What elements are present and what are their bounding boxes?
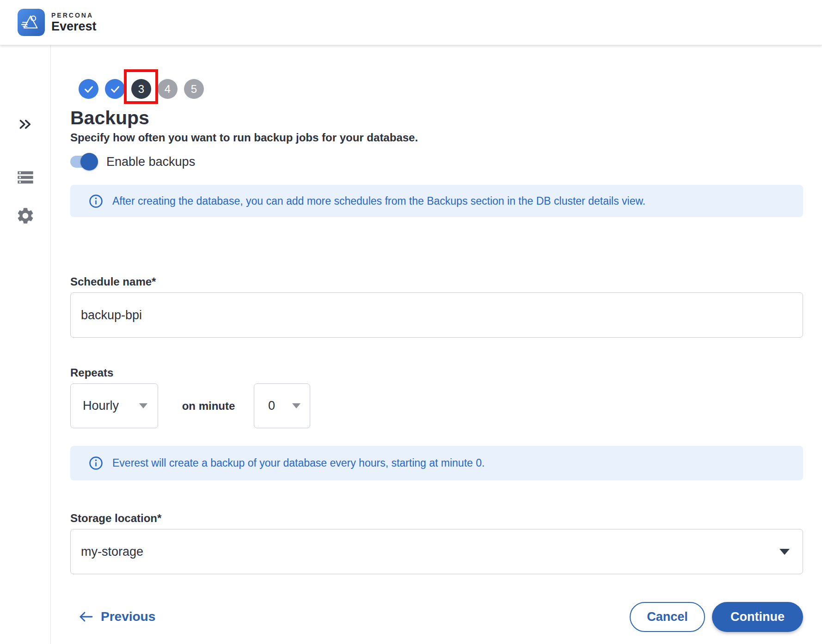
- schedule-name-input[interactable]: [70, 292, 803, 338]
- storage-location-label: Storage location*: [70, 512, 161, 525]
- step-5-upcoming[interactable]: 5: [184, 79, 204, 99]
- percona-everest-app: PERCONA Everest: [0, 0, 822, 644]
- brand-everest-label: Everest: [51, 19, 97, 34]
- previous-button[interactable]: Previous: [79, 609, 155, 624]
- page-subtitle: Specify how often you want to run backup…: [70, 131, 418, 144]
- sidebar-item-databases[interactable]: [0, 168, 51, 187]
- cancel-button[interactable]: Cancel: [630, 602, 705, 632]
- step-3-annotation-highlight: [124, 69, 158, 104]
- app-header: PERCONA Everest: [0, 0, 822, 45]
- wizard-content: 3 4 5 Backups Specify how often you want…: [51, 45, 822, 644]
- check-icon: [110, 84, 121, 95]
- continue-button[interactable]: Continue: [712, 602, 803, 632]
- storage-location-value: my-storage: [81, 545, 143, 559]
- schedule-name-label: Schedule name*: [70, 275, 156, 288]
- wizard-actions-bar: Previous Cancel Continue: [79, 601, 803, 632]
- frequency-select[interactable]: Hourly: [70, 383, 158, 428]
- step-2-completed[interactable]: [105, 79, 125, 99]
- settings-gear-icon: [16, 206, 35, 225]
- step-4-upcoming[interactable]: 4: [158, 79, 178, 99]
- frequency-value: Hourly: [83, 399, 119, 413]
- schedules-info-text: After creating the database, you can add…: [112, 195, 645, 207]
- percona-everest-logo-icon: [18, 9, 45, 36]
- on-minute-label: on minute: [176, 400, 241, 413]
- sidebar-expand-button[interactable]: [0, 117, 51, 132]
- double-chevron-right-icon: [18, 117, 33, 132]
- schedules-info-alert: After creating the database, you can add…: [70, 185, 803, 217]
- chevron-down-icon: [139, 403, 147, 408]
- toggle-knob: [80, 153, 98, 170]
- info-icon: [89, 456, 103, 470]
- minute-value: 0: [268, 399, 275, 413]
- sidebar: [0, 45, 51, 644]
- info-icon: [89, 194, 103, 208]
- enable-backups-label: Enable backups: [106, 155, 195, 169]
- repeats-label: Repeats: [70, 366, 113, 379]
- brand-percona-label: PERCONA: [51, 12, 97, 19]
- previous-label: Previous: [101, 609, 155, 624]
- step-1-completed[interactable]: [79, 79, 98, 99]
- brand-wordmark: PERCONA Everest: [51, 12, 97, 34]
- frequency-info-alert: Everest will create a backup of your dat…: [70, 446, 803, 480]
- sidebar-item-settings[interactable]: [0, 206, 51, 225]
- enable-backups-toggle[interactable]: [70, 152, 98, 171]
- frequency-info-text: Everest will create a backup of your dat…: [112, 457, 485, 469]
- chevron-down-icon: [292, 403, 301, 408]
- repeats-controls-row: Hourly on minute 0: [70, 383, 310, 428]
- check-icon: [83, 84, 94, 95]
- arrow-left-icon: [79, 611, 93, 623]
- enable-backups-row: Enable backups: [70, 152, 195, 171]
- chevron-down-icon: [779, 549, 790, 555]
- page-title: Backups: [70, 107, 149, 129]
- minute-select[interactable]: 0: [254, 383, 310, 428]
- databases-list-icon: [16, 168, 35, 187]
- storage-location-select[interactable]: my-storage: [70, 529, 803, 574]
